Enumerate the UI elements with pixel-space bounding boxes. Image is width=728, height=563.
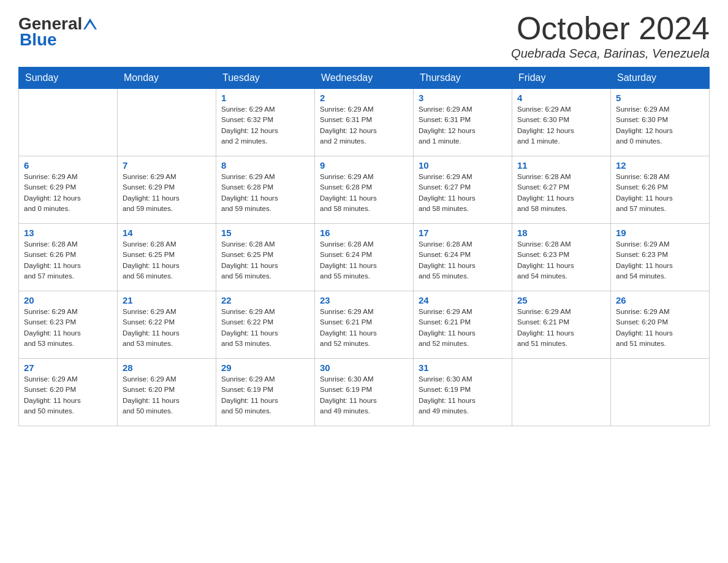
calendar-cell: 5Sunrise: 6:29 AMSunset: 6:30 PMDaylight… xyxy=(611,89,710,156)
calendar-cell xyxy=(19,89,118,156)
day-info: Sunrise: 6:29 AMSunset: 6:31 PMDaylight:… xyxy=(320,104,408,147)
day-number: 25 xyxy=(517,295,605,305)
day-number: 18 xyxy=(517,228,605,238)
calendar-cell: 13Sunrise: 6:28 AMSunset: 6:26 PMDayligh… xyxy=(19,224,118,291)
day-number: 27 xyxy=(24,362,112,373)
day-info: Sunrise: 6:29 AMSunset: 6:28 PMDaylight:… xyxy=(221,172,309,214)
logo: General Blue xyxy=(18,12,97,50)
month-title: October 2024 xyxy=(511,12,710,44)
day-number: 20 xyxy=(24,295,112,305)
column-header-thursday: Thursday xyxy=(414,67,512,89)
calendar-cell: 6Sunrise: 6:29 AMSunset: 6:29 PMDaylight… xyxy=(19,156,118,224)
day-info: Sunrise: 6:29 AMSunset: 6:22 PMDaylight:… xyxy=(221,307,309,349)
day-number: 13 xyxy=(24,228,112,238)
day-info: Sunrise: 6:29 AMSunset: 6:30 PMDaylight:… xyxy=(517,104,605,147)
day-number: 22 xyxy=(221,295,309,305)
column-header-wednesday: Wednesday xyxy=(315,67,414,89)
week-row-4: 20Sunrise: 6:29 AMSunset: 6:23 PMDayligh… xyxy=(19,291,710,359)
day-info: Sunrise: 6:28 AMSunset: 6:24 PMDaylight:… xyxy=(419,239,507,282)
calendar-cell: 12Sunrise: 6:28 AMSunset: 6:26 PMDayligh… xyxy=(611,156,710,224)
day-info: Sunrise: 6:28 AMSunset: 6:26 PMDaylight:… xyxy=(24,239,112,282)
column-header-friday: Friday xyxy=(512,67,611,89)
calendar-cell: 3Sunrise: 6:29 AMSunset: 6:31 PMDaylight… xyxy=(414,89,512,156)
day-number: 6 xyxy=(24,160,112,170)
week-row-5: 27Sunrise: 6:29 AMSunset: 6:20 PMDayligh… xyxy=(19,359,710,426)
calendar-cell xyxy=(118,89,216,156)
day-number: 3 xyxy=(419,93,507,103)
logo-triangle-icon xyxy=(83,18,97,31)
calendar-cell: 1Sunrise: 6:29 AMSunset: 6:32 PMDaylight… xyxy=(216,89,315,156)
day-info: Sunrise: 6:29 AMSunset: 6:21 PMDaylight:… xyxy=(517,307,605,349)
day-number: 14 xyxy=(123,228,211,238)
column-header-saturday: Saturday xyxy=(611,67,710,89)
day-info: Sunrise: 6:29 AMSunset: 6:20 PMDaylight:… xyxy=(24,374,112,416)
location: Quebrada Seca, Barinas, Venezuela xyxy=(511,47,710,61)
calendar-cell: 7Sunrise: 6:29 AMSunset: 6:29 PMDaylight… xyxy=(118,156,216,224)
calendar-cell: 15Sunrise: 6:28 AMSunset: 6:25 PMDayligh… xyxy=(216,224,315,291)
calendar-cell: 11Sunrise: 6:28 AMSunset: 6:27 PMDayligh… xyxy=(512,156,611,224)
day-number: 7 xyxy=(123,160,211,170)
day-info: Sunrise: 6:29 AMSunset: 6:23 PMDaylight:… xyxy=(24,307,112,349)
calendar-cell: 19Sunrise: 6:29 AMSunset: 6:23 PMDayligh… xyxy=(611,224,710,291)
day-info: Sunrise: 6:29 AMSunset: 6:32 PMDaylight:… xyxy=(221,104,309,147)
calendar-cell: 20Sunrise: 6:29 AMSunset: 6:23 PMDayligh… xyxy=(19,291,118,359)
day-info: Sunrise: 6:28 AMSunset: 6:24 PMDaylight:… xyxy=(320,239,408,282)
calendar-table: SundayMondayTuesdayWednesdayThursdayFrid… xyxy=(18,67,710,426)
day-info: Sunrise: 6:29 AMSunset: 6:28 PMDaylight:… xyxy=(320,172,408,214)
title-section: October 2024 Quebrada Seca, Barinas, Ven… xyxy=(511,12,710,61)
day-info: Sunrise: 6:28 AMSunset: 6:26 PMDaylight:… xyxy=(616,172,704,214)
calendar-cell xyxy=(611,359,710,426)
day-number: 31 xyxy=(419,362,507,373)
calendar-cell: 23Sunrise: 6:29 AMSunset: 6:21 PMDayligh… xyxy=(315,291,414,359)
column-header-tuesday: Tuesday xyxy=(216,67,315,89)
day-number: 15 xyxy=(221,228,309,238)
day-info: Sunrise: 6:30 AMSunset: 6:19 PMDaylight:… xyxy=(320,374,408,416)
day-info: Sunrise: 6:28 AMSunset: 6:23 PMDaylight:… xyxy=(517,239,605,282)
day-info: Sunrise: 6:29 AMSunset: 6:22 PMDaylight:… xyxy=(123,307,211,349)
calendar-cell: 18Sunrise: 6:28 AMSunset: 6:23 PMDayligh… xyxy=(512,224,611,291)
calendar-header-row: SundayMondayTuesdayWednesdayThursdayFrid… xyxy=(19,67,710,89)
week-row-3: 13Sunrise: 6:28 AMSunset: 6:26 PMDayligh… xyxy=(19,224,710,291)
calendar-cell: 17Sunrise: 6:28 AMSunset: 6:24 PMDayligh… xyxy=(414,224,512,291)
calendar-cell: 22Sunrise: 6:29 AMSunset: 6:22 PMDayligh… xyxy=(216,291,315,359)
day-info: Sunrise: 6:28 AMSunset: 6:25 PMDaylight:… xyxy=(221,239,309,282)
day-info: Sunrise: 6:29 AMSunset: 6:20 PMDaylight:… xyxy=(123,374,211,416)
day-number: 16 xyxy=(320,228,408,238)
calendar-cell: 24Sunrise: 6:29 AMSunset: 6:21 PMDayligh… xyxy=(414,291,512,359)
day-number: 9 xyxy=(320,160,408,170)
calendar-cell: 30Sunrise: 6:30 AMSunset: 6:19 PMDayligh… xyxy=(315,359,414,426)
column-header-sunday: Sunday xyxy=(19,67,118,89)
day-number: 8 xyxy=(221,160,309,170)
page-header: General Blue October 2024 Quebrada Seca,… xyxy=(18,12,710,61)
week-row-2: 6Sunrise: 6:29 AMSunset: 6:29 PMDaylight… xyxy=(19,156,710,224)
calendar-cell: 4Sunrise: 6:29 AMSunset: 6:30 PMDaylight… xyxy=(512,89,611,156)
calendar-cell: 26Sunrise: 6:29 AMSunset: 6:20 PMDayligh… xyxy=(611,291,710,359)
day-info: Sunrise: 6:29 AMSunset: 6:21 PMDaylight:… xyxy=(320,307,408,349)
day-number: 1 xyxy=(221,93,309,103)
calendar-cell: 27Sunrise: 6:29 AMSunset: 6:20 PMDayligh… xyxy=(19,359,118,426)
day-number: 10 xyxy=(419,160,507,170)
day-info: Sunrise: 6:29 AMSunset: 6:20 PMDaylight:… xyxy=(616,307,704,349)
calendar-cell xyxy=(512,359,611,426)
day-info: Sunrise: 6:29 AMSunset: 6:29 PMDaylight:… xyxy=(24,172,112,214)
calendar-cell: 16Sunrise: 6:28 AMSunset: 6:24 PMDayligh… xyxy=(315,224,414,291)
day-number: 21 xyxy=(123,295,211,305)
week-row-1: 1Sunrise: 6:29 AMSunset: 6:32 PMDaylight… xyxy=(19,89,710,156)
day-number: 29 xyxy=(221,362,309,373)
day-info: Sunrise: 6:29 AMSunset: 6:31 PMDaylight:… xyxy=(419,104,507,147)
day-info: Sunrise: 6:30 AMSunset: 6:19 PMDaylight:… xyxy=(419,374,507,416)
day-info: Sunrise: 6:29 AMSunset: 6:21 PMDaylight:… xyxy=(419,307,507,349)
day-number: 30 xyxy=(320,362,408,373)
day-number: 26 xyxy=(616,295,704,305)
logo-blue: Blue xyxy=(20,30,57,50)
calendar-cell: 8Sunrise: 6:29 AMSunset: 6:28 PMDaylight… xyxy=(216,156,315,224)
day-info: Sunrise: 6:28 AMSunset: 6:27 PMDaylight:… xyxy=(517,172,605,214)
day-number: 17 xyxy=(419,228,507,238)
day-info: Sunrise: 6:29 AMSunset: 6:19 PMDaylight:… xyxy=(221,374,309,416)
day-number: 4 xyxy=(517,93,605,103)
day-number: 11 xyxy=(517,160,605,170)
column-header-monday: Monday xyxy=(118,67,216,89)
calendar-cell: 9Sunrise: 6:29 AMSunset: 6:28 PMDaylight… xyxy=(315,156,414,224)
calendar-cell: 25Sunrise: 6:29 AMSunset: 6:21 PMDayligh… xyxy=(512,291,611,359)
day-number: 19 xyxy=(616,228,704,238)
